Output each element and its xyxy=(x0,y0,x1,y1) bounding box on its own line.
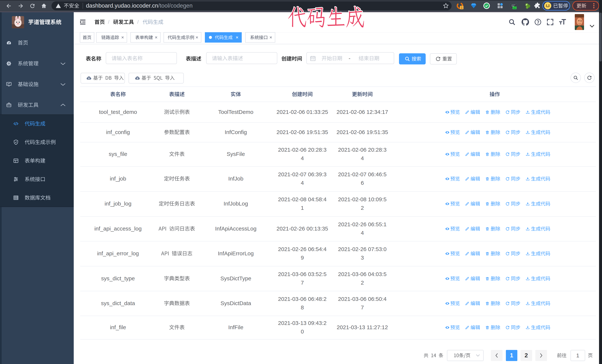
svg-text:1: 1 xyxy=(461,6,462,9)
svg-text:on: on xyxy=(513,7,516,9)
